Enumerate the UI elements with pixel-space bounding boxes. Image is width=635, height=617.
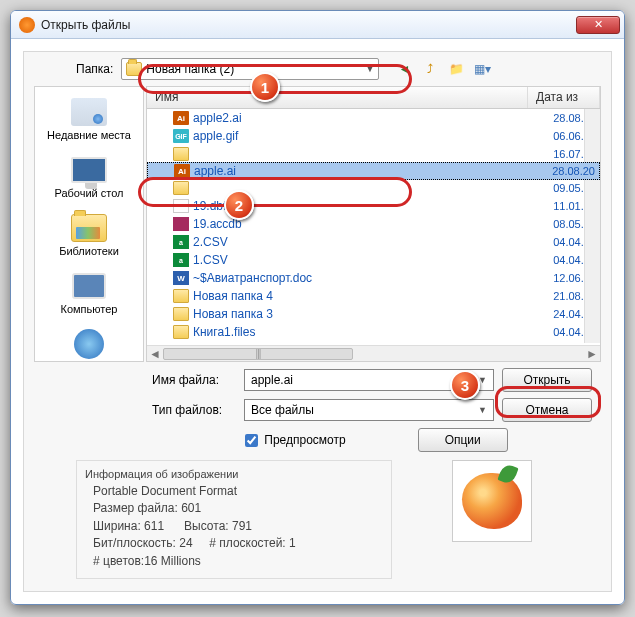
file-list-header[interactable]: Имя Дата из <box>147 87 600 109</box>
info-height-label: Высота: <box>184 519 229 533</box>
folder-combo-value: Новая папка (2) <box>146 62 234 76</box>
filetype-icon <box>173 147 189 161</box>
filetype-icon <box>173 325 189 339</box>
info-height-value: 791 <box>232 519 252 533</box>
sidebar-item-desktop[interactable]: Рабочий стол <box>35 149 143 207</box>
open-button[interactable]: Открыть <box>502 368 592 392</box>
preview-checkbox-label: Предпросмотр <box>264 433 345 447</box>
nav-viewmode-icon[interactable]: ▦▾ <box>471 59 493 79</box>
filetype-icon <box>173 181 189 195</box>
file-name: Новая папка 4 <box>193 289 528 303</box>
filetype-icon <box>173 307 189 321</box>
filetype-icon: Ai <box>174 164 190 178</box>
file-row[interactable]: Aiapple2.ai28.08.20 <box>147 109 600 127</box>
file-row[interactable]: a1.CSV04.04.20 <box>147 251 600 269</box>
info-bpp-value: 24 <box>179 536 192 550</box>
info-bpp-label: Бит/плоскость: <box>93 536 176 550</box>
sidebar-item-recent[interactable]: Недавние места <box>35 91 143 149</box>
info-width-label: Ширина: <box>93 519 141 533</box>
file-row[interactable]: Новая папка 324.04.20 <box>147 305 600 323</box>
filetype-icon: Ai <box>173 111 189 125</box>
file-date: 28.08.20 <box>527 165 599 177</box>
window-title: Открыть файлы <box>41 18 576 32</box>
file-row[interactable]: 19.accdb08.05.20 <box>147 215 600 233</box>
sidebar-item-label: Компьютер <box>37 303 141 315</box>
nav-newfolder-icon[interactable]: 📁 <box>445 59 467 79</box>
filetype-icon <box>173 289 189 303</box>
chevron-down-icon: ▼ <box>365 64 374 74</box>
filetype-combo[interactable]: Все файлы ▼ <box>244 399 494 421</box>
scrollbar-thumb[interactable] <box>163 348 353 360</box>
info-header: Информация об изображении <box>85 467 383 483</box>
close-button[interactable]: ✕ <box>576 16 620 34</box>
info-colors-value: 16 Millions <box>144 554 201 568</box>
annotation-badge-3: 3 <box>450 370 480 400</box>
file-name: Новая папка 3 <box>193 307 528 321</box>
folder-label: Папка: <box>76 62 113 76</box>
file-list[interactable]: Имя Дата из Aiapple2.ai28.08.20GIFapple.… <box>146 86 601 362</box>
file-row[interactable]: 09.05.20 <box>147 179 600 197</box>
annotation-badge-1: 1 <box>250 72 280 102</box>
file-name: apple2.ai <box>193 111 528 125</box>
file-name: 1.CSV <box>193 253 528 267</box>
nav-up-icon[interactable]: ⤴ <box>419 59 441 79</box>
file-name: apple.ai <box>194 164 527 178</box>
info-size-label: Размер файла: <box>93 501 178 515</box>
sidebar-item-network[interactable] <box>35 323 143 369</box>
nav-back-icon[interactable]: ◄ <box>393 59 415 79</box>
computer-icon <box>72 273 106 299</box>
file-row[interactable]: 16.07.20 <box>147 145 600 163</box>
file-row[interactable]: GIFapple.gif06.06.20 <box>147 127 600 145</box>
scrollbar-track[interactable] <box>163 347 584 361</box>
filetype-icon <box>173 199 189 213</box>
image-info-panel: Информация об изображении Portable Docum… <box>34 460 601 579</box>
preview-checkbox[interactable] <box>245 434 258 447</box>
sidebar-item-libraries[interactable]: Библиотеки <box>35 207 143 265</box>
filetype-icon: a <box>173 253 189 267</box>
filename-value: apple.ai <box>251 373 293 387</box>
options-button[interactable]: Опции <box>418 428 508 452</box>
places-sidebar: Недавние места Рабочий стол Библиотеки К… <box>34 86 144 362</box>
col-name[interactable]: Имя <box>147 87 528 108</box>
preview-thumbnail <box>452 460 532 542</box>
scroll-right-icon[interactable]: ► <box>584 347 600 361</box>
folder-combo[interactable]: Новая папка (2) ▼ <box>121 58 379 80</box>
chevron-down-icon: ▼ <box>478 405 487 415</box>
file-row[interactable]: a2.CSV04.04.20 <box>147 233 600 251</box>
filetype-icon: a <box>173 235 189 249</box>
filetype-value: Все файлы <box>251 403 314 417</box>
network-icon <box>74 329 104 359</box>
col-date[interactable]: Дата из <box>528 87 600 108</box>
folder-icon <box>126 62 142 76</box>
filetype-icon: W <box>173 271 189 285</box>
file-row[interactable]: W~$Авиатранспорт.doc12.06.20 <box>147 269 600 287</box>
filetype-label: Тип файлов: <box>152 403 236 417</box>
file-name: ~$Авиатранспорт.doc <box>193 271 528 285</box>
info-format: Portable Document Format <box>93 483 383 500</box>
file-row[interactable]: 19.dbf11.01.20 <box>147 197 600 215</box>
app-icon <box>19 17 35 33</box>
sidebar-item-label: Недавние места <box>37 129 141 141</box>
desktop-icon <box>71 157 107 183</box>
file-row[interactable]: Aiapple.ai28.08.20 <box>147 162 600 180</box>
info-planes-value: 1 <box>289 536 296 550</box>
filetype-icon <box>173 217 189 231</box>
titlebar[interactable]: Открыть файлы ✕ <box>11 11 624 39</box>
annotation-badge-2: 2 <box>224 190 254 220</box>
horizontal-scrollbar[interactable]: ◄ ► <box>147 345 600 361</box>
info-planes-label: # плоскостей: <box>209 536 285 550</box>
sidebar-item-computer[interactable]: Компьютер <box>35 265 143 323</box>
file-name: Книга1.files <box>193 325 528 339</box>
file-name: 2.CSV <box>193 235 528 249</box>
file-row[interactable]: Книга1.files04.04.20 <box>147 323 600 341</box>
cancel-button[interactable]: Отмена <box>502 398 592 422</box>
open-file-dialog: Открыть файлы ✕ Папка: Новая папка (2) ▼… <box>10 10 625 605</box>
file-row[interactable]: Новая папка 421.08.20 <box>147 287 600 305</box>
preview-image-content <box>462 473 522 529</box>
sidebar-item-label: Библиотеки <box>37 245 141 257</box>
info-width-value: 611 <box>144 519 164 533</box>
recent-places-icon <box>71 98 107 126</box>
scroll-left-icon[interactable]: ◄ <box>147 347 163 361</box>
file-name: apple.gif <box>193 129 528 143</box>
vertical-scrollbar[interactable] <box>584 109 600 343</box>
